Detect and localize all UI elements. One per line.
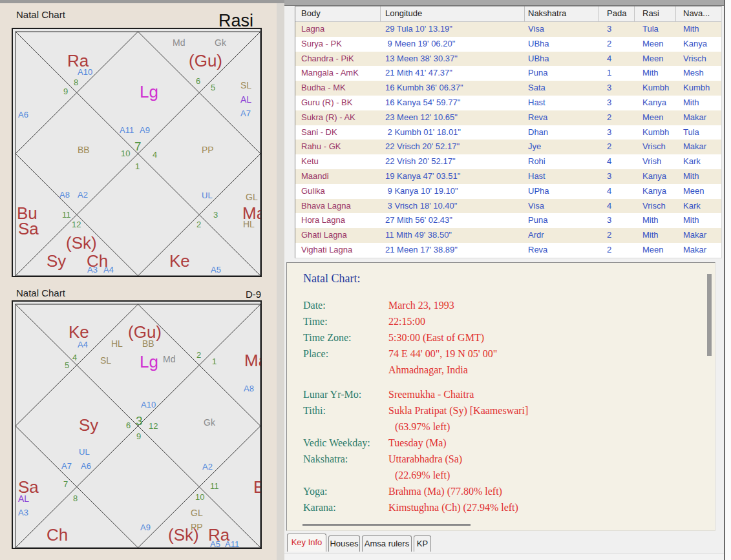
horizontal-scrollbar-thumb[interactable] — [302, 524, 471, 526]
key-info-panel: Natal Chart: Date:March 23, 1993Time:22:… — [286, 262, 715, 531]
details-panel: Body Longitude Nakshatra Pada Rasi Nava.… — [284, 0, 724, 560]
body-cell: Surya - PK — [295, 37, 381, 52]
value-cell: 13 Meen 38' 30.37" — [381, 52, 525, 67]
chart-label-a2: A2 — [78, 191, 88, 199]
chart-label-a9: A9 — [140, 523, 151, 532]
value-cell: Vrisch — [676, 52, 721, 67]
value-cell: Mesh — [676, 66, 721, 81]
value-cell: Mith — [635, 213, 676, 228]
chart-label-7: 7 — [134, 140, 142, 152]
chart-label-a9: A9 — [140, 126, 150, 134]
value-cell: 3 — [599, 125, 635, 140]
table-row[interactable]: Gulika 9 Kanya 10' 19.10"UPha4KanyaMeen — [295, 184, 721, 199]
chart-label-md: Md — [173, 38, 185, 47]
tab-key-info[interactable]: Key Info — [287, 534, 326, 552]
value-cell: 2 Kumbh 01' 18.01" — [381, 125, 525, 140]
body-cell: Budha - MK — [295, 81, 381, 96]
value-cell: 16 Kanya 54' 59.77" — [381, 96, 525, 110]
value-cell: 22 Vrisch 20' 52.17" — [381, 140, 525, 154]
value-cell: 2 — [599, 140, 635, 154]
value-cell: Vrisch — [635, 199, 676, 214]
info-row: Time Zone:5:30:00 (East of GMT) — [287, 332, 715, 347]
table-row[interactable]: Maandi19 Kanya 47' 03.51"Hast3KanyaMith — [295, 169, 721, 184]
value-cell: Kanya — [635, 169, 676, 184]
table-row[interactable]: Sukra (R) - AK23 Meen 12' 10.65"Reva2Mee… — [295, 110, 721, 125]
table-row[interactable]: Mangala - AmK21 Mith 41' 47.37"Puna1Mith… — [295, 66, 721, 81]
table-row[interactable]: Guru (R) - BK16 Kanya 54' 59.77"Hast3Kan… — [295, 96, 721, 110]
info-label: Lunar Yr-Mo: — [303, 389, 361, 400]
d9-chart-corner-label: D-9 — [246, 289, 261, 300]
value-cell: 4 — [599, 184, 635, 199]
chart-label-lg: Lg — [140, 83, 158, 100]
table-row[interactable]: Rahu - GK22 Vrisch 20' 52.17"Jye2VrischM… — [295, 140, 721, 154]
table-body: Lagna29 Tula 10' 13.19"Visa3TulaMithSury… — [295, 22, 721, 258]
tab-amsa-rulers[interactable]: Amsa rulers — [362, 535, 412, 552]
info-row: Vedic Weekday:Tuesday (Ma) — [287, 437, 715, 453]
body-cell: Maandi — [295, 169, 381, 184]
table-row[interactable]: Hora Lagna27 Mith 56' 02.43"Puna3MithMit… — [295, 213, 721, 228]
chart-label-a7: A7 — [61, 462, 72, 470]
info-value: Kimstughna (Ch) (27.94% left) — [388, 502, 518, 513]
table-row[interactable]: Surya - PK 9 Meen 19' 06.20"UBha2MeenKan… — [295, 37, 721, 52]
chart-label-hl: HL — [243, 220, 255, 229]
info-row: Yoga:Brahma (Ma) (77.80% left) — [287, 486, 715, 501]
body-cell: Ghati Lagna — [295, 228, 381, 243]
table-row[interactable]: Ghati Lagna11 Mith 49' 38.50"Ardr2MithMa… — [295, 228, 721, 243]
rasi-chart-grid — [13, 29, 262, 277]
column-header-longitude[interactable]: Longitude — [381, 6, 525, 21]
chart-label-sk: (Sk) — [168, 526, 199, 543]
value-cell: 2 — [599, 243, 635, 258]
table-row[interactable]: Vighati Lagna21 Meen 17' 38.89"Reva2Meen… — [295, 243, 721, 258]
table-row[interactable]: Lagna29 Tula 10' 13.19"Visa3TulaMith — [295, 22, 721, 37]
value-cell: Kanya — [676, 37, 721, 52]
chart-label-a7: A7 — [240, 109, 251, 118]
value-cell: Mith — [676, 96, 721, 110]
column-header-pada[interactable]: Pada — [599, 6, 635, 21]
table-row[interactable]: Budha - MK16 Kumbh 36' 06.37"Sata3KumbhK… — [295, 81, 721, 96]
chart-label-6: 6 — [126, 421, 131, 430]
value-cell: Hast — [525, 96, 599, 110]
panel-top-splitter[interactable] — [284, 0, 724, 6]
value-cell: Makar — [676, 110, 721, 125]
info-value: Uttarabhadra (Sa) — [388, 453, 462, 465]
chart-label-bb: BB — [142, 339, 154, 348]
table-row[interactable]: Ketu22 Vrish 20' 52.17"Rohi4VrishKark — [295, 154, 721, 169]
tab-houses[interactable]: Houses — [328, 535, 360, 552]
chart-label-10: 10 — [195, 493, 204, 501]
table-row[interactable]: Sani - DK 2 Kumbh 01' 18.01"Dhan3KumbhTu… — [295, 125, 721, 140]
info-label: Karana: — [303, 502, 336, 513]
value-cell: Visa — [525, 199, 599, 214]
tab-kp[interactable]: KP — [414, 535, 431, 552]
column-header-navamsa[interactable]: Nava... — [676, 6, 721, 21]
chart-label-ul: UL — [202, 191, 213, 200]
chart-label-4: 4 — [153, 150, 157, 159]
value-cell: Sata — [525, 81, 599, 96]
chart-label-12: 12 — [149, 422, 158, 430]
chart-label-hl: HL — [111, 339, 123, 348]
column-header-nakshatra[interactable]: Nakshatra — [525, 6, 599, 21]
value-cell: 16 Kumbh 36' 06.37" — [381, 81, 525, 96]
status-strip — [284, 553, 724, 560]
d9-chart[interactable]: KeA4HL(Gu)BBSLLgMd4521MaA8A10Sy63129GkUL… — [12, 300, 262, 549]
chart-label-ul: UL — [79, 448, 90, 456]
column-header-body[interactable]: Body — [295, 6, 381, 21]
info-row: (63.97% left) — [287, 421, 715, 437]
body-cell: Bhava Lagna — [295, 199, 381, 214]
next-pane-edge — [724, 0, 731, 560]
value-cell: Makar — [676, 243, 721, 258]
rasi-chart[interactable]: MdGkRa(Gu)A108965LgSLALA7A6A11A9BB10741P… — [12, 28, 262, 277]
info-label: Time Zone: — [303, 332, 352, 344]
chart-label-bb: BB — [78, 145, 90, 154]
chart-label-a8: A8 — [244, 384, 254, 393]
chart-label-5: 5 — [65, 361, 69, 369]
chart-label-9: 9 — [136, 432, 141, 441]
info-label: Time: — [303, 316, 328, 327]
column-header-rasi[interactable]: Rasi — [635, 6, 676, 21]
table-row[interactable]: Bhava Lagna 3 Vrisch 18' 10.40"Visa4Vris… — [295, 199, 721, 214]
value-cell: 2 — [599, 37, 635, 52]
planet-table: Body Longitude Nakshatra Pada Rasi Nava.… — [295, 6, 722, 258]
info-row: Lunar Yr-Mo:Sreemukha - Chaitra — [287, 389, 715, 404]
info-value: Tuesday (Ma) — [388, 437, 447, 449]
table-row[interactable]: Chandra - PiK13 Meen 38' 30.37"UBha4Meen… — [295, 52, 721, 67]
value-cell: 3 Vrisch 18' 10.40" — [381, 199, 525, 214]
